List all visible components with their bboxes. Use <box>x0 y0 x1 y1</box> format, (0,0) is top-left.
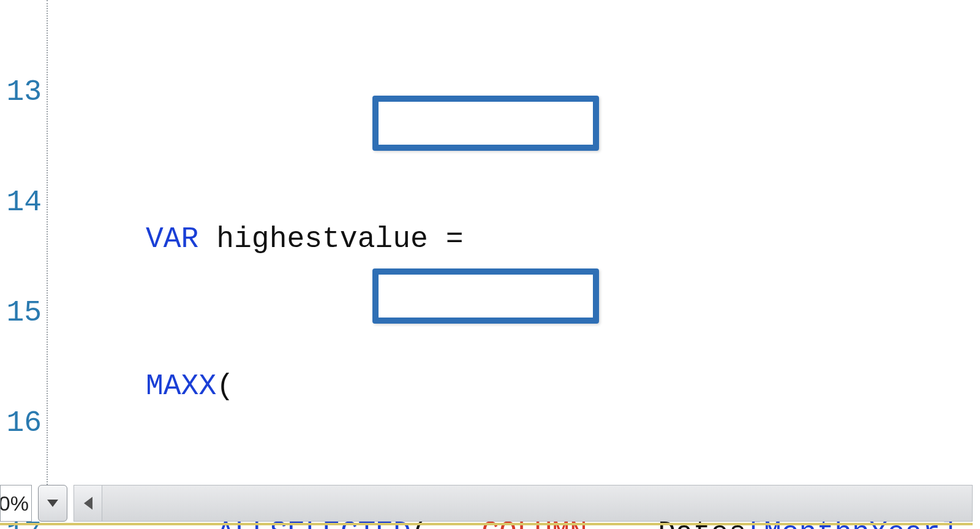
code-line[interactable]: MAXX( <box>58 368 980 405</box>
code-line[interactable] <box>58 74 980 110</box>
code-content[interactable]: VAR highestvalue = MAXX( ALLSELECTED( __… <box>48 0 980 485</box>
code-area[interactable]: 13 14 15 16 17 18 19 20 21 22 23 24 25 V… <box>0 0 980 485</box>
keyword-var: VAR <box>146 223 198 256</box>
paren-open: ( <box>216 370 234 403</box>
code-editor: 13 14 15 16 17 18 19 20 21 22 23 24 25 V… <box>0 0 980 529</box>
line-number: 13 <box>0 74 42 110</box>
line-number: 16 <box>0 405 42 441</box>
status-bar: 00% <box>0 485 980 523</box>
chevron-down-icon <box>47 500 58 507</box>
line-number-gutter: 13 14 15 16 17 18 19 20 21 22 23 24 25 <box>0 0 48 485</box>
scroll-left-button[interactable] <box>74 485 102 521</box>
op-equals: = <box>446 223 464 256</box>
divider <box>0 523 973 525</box>
zoom-dropdown-button[interactable] <box>38 485 67 522</box>
svg-marker-0 <box>47 500 58 507</box>
var-name: highestvalue <box>216 223 428 256</box>
horizontal-scrollbar[interactable] <box>74 485 973 522</box>
triangle-left-icon <box>84 497 92 510</box>
code-line[interactable]: VAR highestvalue = <box>58 221 980 257</box>
svg-marker-1 <box>84 497 92 510</box>
scrollbar-track[interactable] <box>102 485 972 521</box>
fn-maxx: MAXX <box>146 370 216 403</box>
line-number: 15 <box>0 294 42 331</box>
zoom-level[interactable]: 00% <box>0 485 32 522</box>
line-number: 14 <box>0 184 42 221</box>
